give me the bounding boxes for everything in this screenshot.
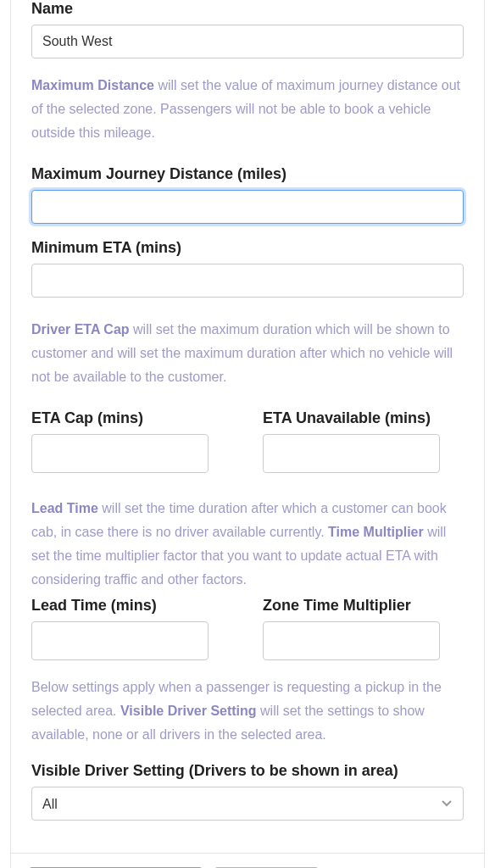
help-lead-time: Lead Time will set the time duration aft…	[31, 497, 464, 592]
help-visible-driver: Below settings apply when a passenger is…	[31, 676, 464, 747]
min-eta-input[interactable]	[31, 264, 464, 298]
zone-time-multiplier-input[interactable]	[263, 621, 440, 660]
eta-cap-label: ETA Cap (mins)	[31, 409, 232, 427]
help-eta-cap-bold: Driver ETA Cap	[31, 322, 130, 337]
name-label: Name	[31, 0, 464, 18]
name-input[interactable]	[31, 25, 464, 58]
max-journey-distance-label: Maximum Journey Distance (miles)	[31, 165, 464, 183]
footer-actions: Save App Config Cancel	[10, 854, 485, 868]
eta-unavailable-input[interactable]	[263, 434, 440, 473]
lead-time-input[interactable]	[31, 621, 209, 660]
visible-driver-setting-label: Visible Driver Setting (Drivers to be sh…	[31, 762, 464, 780]
max-journey-distance-input[interactable]	[31, 190, 464, 224]
zone-time-multiplier-label: Zone Time Multiplier	[263, 597, 464, 615]
eta-row: ETA Cap (mins) ETA Unavailable (mins)	[31, 409, 464, 473]
form-panel: Name Maximum Distance will set the value…	[10, 0, 485, 854]
help-eta-cap: Driver ETA Cap will set the maximum dura…	[31, 318, 464, 389]
help-max-distance: Maximum Distance will set the value of m…	[31, 74, 464, 145]
eta-unavailable-label: ETA Unavailable (mins)	[263, 409, 464, 427]
min-eta-label: Minimum ETA (mins)	[31, 239, 464, 257]
help-visible-bold: Visible Driver Setting	[120, 704, 257, 718]
lead-time-label: Lead Time (mins)	[31, 597, 232, 615]
eta-cap-input[interactable]	[31, 434, 209, 473]
help-lead-bold2: Time Multiplier	[328, 525, 424, 539]
visible-driver-setting-select[interactable]: All	[31, 787, 464, 821]
lead-row: Lead Time (mins) Zone Time Multiplier	[31, 597, 464, 660]
help-lead-bold1: Lead Time	[31, 501, 98, 515]
help-max-distance-bold: Maximum Distance	[31, 78, 154, 92]
